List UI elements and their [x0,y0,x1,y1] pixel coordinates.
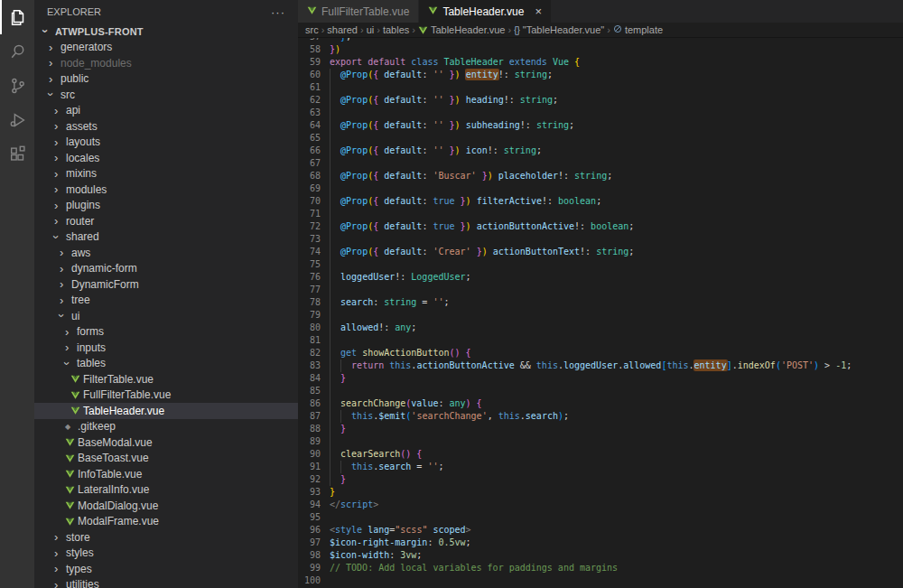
code-line-65[interactable]: 65 [298,132,903,145]
tree-item-api[interactable]: ›api [34,103,298,119]
breadcrumb-item-shared[interactable]: shared [327,24,358,35]
code-line-69[interactable]: 69 [298,182,903,195]
code-line-96[interactable]: 96<style lang="scss" scoped> [298,524,903,537]
code-line-80[interactable]: 80 allowed!: any; [298,322,903,334]
code-line-71[interactable]: 71 [298,208,903,220]
tree-item-ui[interactable]: ›ui [34,308,298,324]
code-line-79[interactable]: 79 [298,309,903,322]
tree-item-modules[interactable]: ›modules [34,182,298,198]
code-line-57[interactable]: 57 }, [298,37,903,43]
tree-item-gitkeep[interactable]: ◆.gitkeep [34,419,298,435]
tree-item-plugins[interactable]: ›plugins [34,198,298,214]
tree-item-inputs[interactable]: ›inputs [34,340,298,356]
tree-item-layouts[interactable]: ›layouts [34,135,298,151]
code-line-85[interactable]: 85 [298,385,903,397]
code-line-59[interactable]: 59export default class TableHeader exten… [298,56,903,69]
code-line-82[interactable]: 82 get showActionButton() { [298,347,903,359]
tree-item-store[interactable]: ›store [34,529,298,546]
tree-item-shared[interactable]: ›shared [34,229,298,246]
code-line-94[interactable]: 94</script> [298,499,903,511]
tree-item-aws[interactable]: ›aws [34,245,298,261]
breadcrumb-item-ui[interactable]: ui [367,24,375,35]
explorer-icon[interactable] [0,0,34,34]
code-line-63[interactable]: 63 [298,107,903,119]
tree-item-locales[interactable]: ›locales [34,150,298,166]
code-line-90[interactable]: 90 clearSearch() { [298,448,903,461]
code-line-89[interactable]: 89 [298,435,903,448]
tree-item-src[interactable]: ›src [34,87,298,103]
line-number: 64 [298,119,321,132]
code-line-68[interactable]: 68 @Prop({ default: 'Buscar' }) placehol… [298,170,903,182]
tree-item-dynamic-form[interactable]: ›dynamic-form [34,261,298,277]
tree-item-assets[interactable]: ›assets [34,118,298,135]
code-line-62[interactable]: 62 @Prop({ default: '' }) heading!: stri… [298,94,903,107]
code-line-66[interactable]: 66 @Prop({ default: '' }) icon!: string; [298,145,903,157]
code-line-98[interactable]: 98$icon-width: 3vw; [298,549,903,562]
code-line-70[interactable]: 70 @Prop({ default: true }) filterActive… [298,195,903,208]
code-line-61[interactable]: 61 [298,81,903,94]
tree-item-public[interactable]: ›public [34,71,298,88]
tree-item-router[interactable]: ›router [34,213,298,229]
breadcrumb-item-tableheader-vue[interactable]: TableHeader.vue [418,24,506,35]
tab-fullfiltertable-vue[interactable]: FullFilterTable.vue [298,0,419,23]
run-debug-icon[interactable] [0,103,34,137]
file-tree: ›ATWPLUS-FRONT›generators›node_modules›p… [34,23,298,588]
code-line-87[interactable]: 87 this.$emit('searchChange', this.searc… [298,410,903,423]
code-line-88[interactable]: 88 } [298,423,903,435]
extensions-icon[interactable] [0,137,34,172]
tree-item-basetoast-vue[interactable]: BaseToast.vue [34,451,298,467]
breadcrumb-item-template[interactable]: template [613,24,663,35]
explorer-actions-icon[interactable]: ··· [271,5,285,19]
code-line-99[interactable]: 99// TODO: Add local variables for paddi… [298,562,903,574]
breadcrumb-item-tables[interactable]: tables [383,24,409,35]
code-line-74[interactable]: 74 @Prop({ default: 'Crear' }) actionBut… [298,246,903,258]
code-line-73[interactable]: 73 [298,233,903,246]
close-icon[interactable]: × [535,5,542,17]
code-line-100[interactable]: 100 [298,574,903,587]
tree-item-atwplus-front[interactable]: ›ATWPLUS-FRONT [34,23,298,40]
code-line-64[interactable]: 64 @Prop({ default: '' }) subheading!: s… [298,119,903,132]
tree-item-forms[interactable]: ›forms [34,324,298,341]
tree-item-node-modules[interactable]: ›node_modules [34,55,298,71]
code-line-83[interactable]: 83 return this.actionButtonActive && thi… [298,359,903,372]
code-line-95[interactable]: 95 [298,511,903,524]
code-line-76[interactable]: 76 loggedUser!: LoggedUser; [298,271,903,284]
tree-item-tables[interactable]: ›tables [34,356,298,372]
code-line-91[interactable]: 91 this.search = ''; [298,461,903,473]
tree-item-utilities[interactable]: ›utilities [34,577,298,588]
code-line-78[interactable]: 78 search: string = ''; [298,296,903,309]
search-icon[interactable] [0,34,34,69]
tree-item-infotable-vue[interactable]: InfoTable.vue [34,466,298,482]
code-line-84[interactable]: 84 } [298,372,903,385]
code-line-93[interactable]: 93} [298,486,903,499]
breadcrumb-item-src[interactable]: src [305,24,319,35]
breadcrumb-item-tableheader-vue[interactable]: {}"TableHeader.vue" [514,24,604,35]
tree-item-dynamicform[interactable]: ›DynamicForm [34,276,298,293]
code-line-72[interactable]: 72 @Prop({ default: true }) actionButton… [298,220,903,233]
code-line-97[interactable]: 97$icon-right-margin: 0.5vw; [298,537,903,549]
code-editor[interactable]: 57 },58})59export default class TableHea… [298,37,903,588]
tree-item-fullfiltertable-vue[interactable]: FullFilterTable.vue [34,387,298,404]
code-line-92[interactable]: 92 } [298,473,903,486]
code-line-67[interactable]: 67 [298,157,903,170]
tree-item-tree[interactable]: ›tree [34,293,298,309]
tree-item-generators[interactable]: ›generators [34,40,298,56]
tree-item-filtertable-vue[interactable]: FilterTable.vue [34,371,298,387]
code-line-75[interactable]: 75 [298,258,903,271]
tree-item-basemodal-vue[interactable]: BaseModal.vue [34,434,298,451]
code-line-77[interactable]: 77 [298,284,903,296]
code-line-58[interactable]: 58}) [298,43,903,56]
tree-item-lateralinfo-vue[interactable]: LateralInfo.vue [34,482,298,499]
tab-tableheader-vue[interactable]: TableHeader.vue× [419,0,552,23]
code-line-86[interactable]: 86 searchChange(value: any) { [298,397,903,410]
vue-file-icon [428,5,438,18]
tree-item-tableheader-vue[interactable]: TableHeader.vue [34,403,298,419]
tree-item-modaldialog-vue[interactable]: ModalDialog.vue [34,498,298,514]
code-line-81[interactable]: 81 [298,334,903,347]
code-line-60[interactable]: 60 @Prop({ default: '' }) entity!: strin… [298,69,903,81]
tree-item-types[interactable]: ›types [34,561,298,577]
tree-item-mixins[interactable]: ›mixins [34,166,298,182]
source-control-icon[interactable] [0,69,34,103]
tree-item-modalframe-vue[interactable]: ModalFrame.vue [34,514,298,530]
tree-item-styles[interactable]: ›styles [34,546,298,562]
